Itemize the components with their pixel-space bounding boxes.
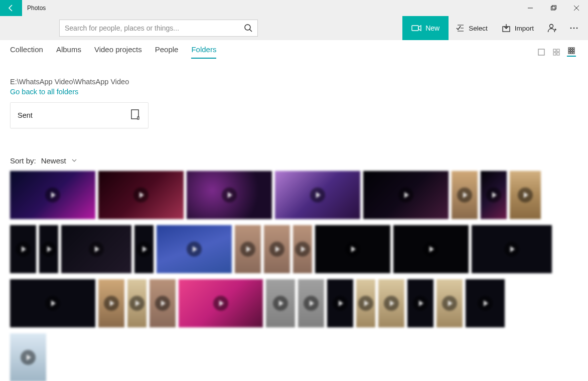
new-button[interactable]: New — [402, 16, 449, 40]
tab-folders[interactable]: Folders — [191, 45, 216, 59]
grid-2x2-icon — [553, 49, 560, 56]
video-thumbnail[interactable] — [327, 279, 353, 327]
sort-value: Newest — [41, 156, 66, 165]
svg-rect-7 — [412, 26, 418, 31]
svg-point-17 — [576, 28, 578, 29]
video-thumbnail[interactable] — [187, 171, 272, 219]
tab-video-projects[interactable]: Video projects — [94, 45, 142, 59]
select-icon — [456, 24, 465, 33]
more-button[interactable] — [563, 16, 585, 40]
app-title: Photos — [22, 0, 51, 16]
video-thumbnail[interactable] — [481, 171, 507, 219]
breadcrumb: E:\WhatsApp Video\WhatsApp Video — [10, 78, 578, 86]
video-thumbnail[interactable] — [363, 171, 449, 219]
import-button[interactable]: Import — [495, 16, 541, 40]
video-thumbnail[interactable] — [466, 279, 505, 327]
titlebar: Photos — [0, 0, 588, 16]
svg-rect-20 — [557, 49, 559, 52]
video-thumbnail[interactable] — [452, 171, 478, 219]
video-thumbnail[interactable] — [134, 225, 154, 273]
video-thumbnail[interactable] — [436, 279, 463, 327]
svg-rect-26 — [568, 50, 570, 51]
svg-rect-1 — [551, 7, 555, 10]
video-thumbnail[interactable] — [39, 225, 58, 273]
select-button[interactable]: Select — [449, 16, 495, 40]
thumbnail-grid — [10, 171, 578, 381]
view-single-button[interactable] — [537, 48, 546, 57]
video-thumbnail[interactable] — [393, 225, 469, 273]
close-button[interactable] — [565, 0, 588, 16]
sort-label: Sort by: — [10, 156, 36, 165]
video-thumbnail[interactable] — [235, 225, 261, 273]
video-thumbnail[interactable] — [315, 225, 390, 273]
chevron-down-icon — [71, 156, 77, 165]
video-thumbnail[interactable] — [61, 225, 131, 273]
video-thumbnail[interactable] — [298, 279, 324, 327]
tab-albums[interactable]: Albums — [56, 45, 81, 59]
video-thumbnail[interactable] — [275, 171, 360, 219]
content: E:\WhatsApp Video\WhatsApp Video Go back… — [0, 59, 588, 381]
subfolder-name: Sent — [18, 111, 33, 119]
header: New Select Import — [0, 16, 588, 40]
svg-rect-28 — [573, 50, 574, 51]
import-icon — [502, 24, 511, 33]
svg-rect-25 — [573, 48, 574, 49]
svg-rect-30 — [571, 52, 572, 54]
video-thumbnail[interactable] — [356, 279, 375, 327]
video-thumbnail[interactable] — [266, 279, 295, 327]
tab-collection[interactable]: Collection — [10, 45, 43, 59]
svg-rect-33 — [137, 117, 139, 119]
subfolder-card[interactable]: Sent — [10, 102, 149, 128]
account-button[interactable] — [541, 16, 563, 40]
new-video-icon — [411, 23, 421, 33]
person-icon — [547, 23, 557, 33]
video-thumbnail[interactable] — [10, 225, 36, 273]
svg-point-12 — [550, 25, 553, 28]
video-thumbnail[interactable] — [98, 171, 184, 219]
video-thumbnail[interactable] — [378, 279, 404, 327]
minimize-button[interactable] — [519, 0, 542, 16]
search-box[interactable] — [59, 20, 258, 37]
arrow-left-icon — [7, 4, 15, 12]
video-thumbnail[interactable] — [127, 279, 146, 327]
close-icon — [573, 5, 579, 11]
svg-point-15 — [570, 28, 572, 29]
svg-rect-24 — [571, 48, 572, 49]
minimize-icon — [527, 5, 533, 11]
svg-rect-19 — [553, 49, 556, 52]
single-view-icon — [538, 49, 545, 56]
video-thumbnail[interactable] — [10, 333, 46, 381]
import-button-label: Import — [515, 25, 534, 32]
new-button-label: New — [425, 24, 439, 32]
video-thumbnail[interactable] — [179, 279, 263, 327]
svg-rect-2 — [552, 6, 556, 9]
video-thumbnail[interactable] — [264, 225, 290, 273]
search-icon[interactable] — [239, 24, 257, 33]
maximize-icon — [550, 5, 556, 11]
video-thumbnail[interactable] — [407, 279, 433, 327]
video-thumbnail[interactable] — [10, 171, 95, 219]
sort-control[interactable]: Sort by: Newest — [10, 156, 578, 165]
svg-point-5 — [245, 25, 250, 30]
svg-rect-23 — [568, 48, 570, 49]
view-medium-button[interactable] — [552, 48, 561, 57]
video-thumbnail[interactable] — [510, 171, 541, 219]
back-button[interactable] — [0, 0, 22, 16]
svg-rect-22 — [557, 53, 559, 55]
maximize-button[interactable] — [542, 0, 565, 16]
video-thumbnail[interactable] — [98, 279, 124, 327]
grid-3x3-icon — [568, 47, 575, 54]
video-thumbnail[interactable] — [157, 225, 232, 273]
video-thumbnail[interactable] — [150, 279, 176, 327]
ellipsis-icon — [569, 24, 578, 33]
tab-people[interactable]: People — [155, 45, 179, 59]
search-input[interactable] — [60, 24, 239, 32]
svg-rect-31 — [573, 52, 574, 54]
view-small-button[interactable] — [567, 48, 576, 57]
svg-line-6 — [250, 30, 252, 32]
video-thumbnail[interactable] — [10, 279, 95, 327]
back-to-folders-link[interactable]: Go back to all folders — [10, 88, 78, 96]
tabs: CollectionAlbumsVideo projectsPeopleFold… — [0, 40, 588, 59]
video-thumbnail[interactable] — [472, 225, 552, 273]
video-thumbnail[interactable] — [293, 225, 312, 273]
